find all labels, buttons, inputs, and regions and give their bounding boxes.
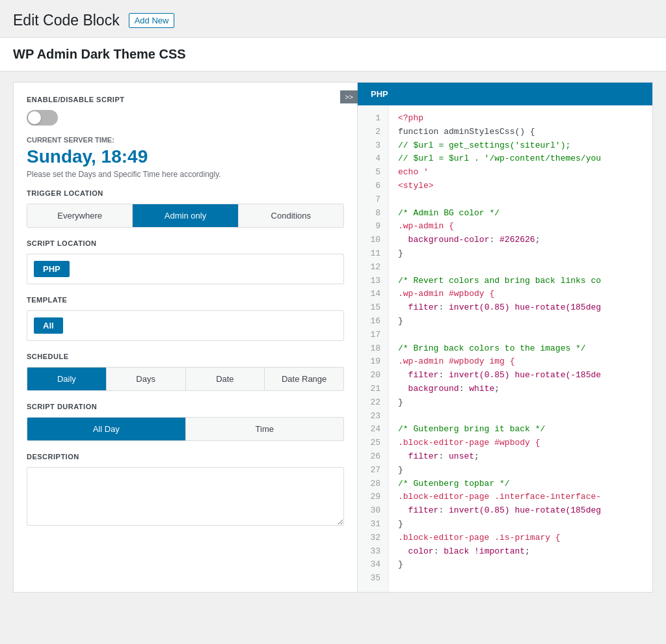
code-line-5: echo '	[398, 166, 601, 180]
code-line-26: filter: unset;	[398, 450, 601, 464]
code-line-4: // $url = $url . '/wp-content/themes/you	[398, 152, 601, 166]
duration-tab-all-day[interactable]: All Day	[27, 418, 186, 440]
trigger-location-label: TRIGGER LOCATION	[27, 189, 344, 197]
duration-tab-time[interactable]: Time	[186, 418, 344, 440]
code-line-32: .block-editor-page .is-primary {	[398, 531, 601, 545]
code-content[interactable]: <?php function adminStylesCss() { // $ur…	[389, 105, 610, 592]
trigger-tab-conditions[interactable]: Conditions	[239, 204, 343, 227]
schedule-tab-group: Daily Days Date Date Range	[27, 367, 344, 391]
code-area: 12345 678910 1112131415 1617181920 21222…	[358, 105, 652, 592]
schedule-tab-date[interactable]: Date	[186, 368, 265, 390]
code-line-29: .block-editor-page .interface-interface-	[398, 490, 601, 504]
editor-tab-bar: PHP	[358, 83, 652, 105]
description-label: DESCRIPTION	[27, 453, 344, 461]
server-time-value: Sunday, 18:49	[27, 146, 344, 167]
script-location-tag-group: PHP	[27, 254, 344, 284]
code-line-8: /* Admin BG color */	[398, 207, 601, 221]
code-line-34: }	[398, 558, 601, 572]
code-line-17	[398, 329, 601, 342]
script-location-section: SCRIPT LOCATION PHP	[27, 239, 344, 284]
code-line-20: filter: invert(0.85) hue-rotate(-185de	[398, 369, 601, 382]
code-line-31: }	[398, 518, 601, 531]
code-line-18: /* Bring back colors to the images */	[398, 342, 601, 356]
toggle-section: ENABLE/DISABLE SCRIPT	[27, 96, 344, 126]
code-line-30: filter: invert(0.85) hue-rotate(185deg	[398, 504, 601, 518]
left-panel: >> ENABLE/DISABLE SCRIPT CURRENT SERVER …	[13, 82, 358, 593]
schedule-tab-date-range[interactable]: Date Range	[265, 368, 343, 390]
trigger-tab-admin-only[interactable]: Admin only	[133, 204, 238, 227]
code-line-25: .block-editor-page #wpbody {	[398, 436, 601, 450]
code-line-3: // $url = get_settings('siteurl');	[398, 139, 601, 153]
code-line-13: /* Revert colors and bring back links co	[398, 275, 601, 288]
trigger-tab-everywhere[interactable]: Everywhere	[27, 204, 133, 227]
schedule-tab-days[interactable]: Days	[107, 368, 186, 390]
code-line-11: }	[398, 247, 601, 261]
code-line-35	[398, 572, 601, 585]
server-time-label: CURRENT SERVER TIME:	[27, 136, 344, 144]
main-content: >> ENABLE/DISABLE SCRIPT CURRENT SERVER …	[0, 72, 666, 603]
duration-tab-group: All Day Time	[27, 417, 344, 441]
collapse-button[interactable]: >>	[340, 90, 358, 103]
schedule-section: SCHEDULE Daily Days Date Date Range	[27, 353, 344, 391]
page-header: Edit Code Block Add New	[0, 0, 666, 37]
description-section: DESCRIPTION	[27, 453, 344, 528]
duration-section: SCRIPT DURATION All Day Time	[27, 403, 344, 441]
code-line-14: .wp-admin #wpbody {	[398, 288, 601, 301]
duration-label: SCRIPT DURATION	[27, 403, 344, 410]
code-line-2: function adminStylesCss() {	[398, 126, 601, 139]
code-line-6: <style>	[398, 180, 601, 193]
description-textarea[interactable]	[27, 467, 344, 526]
enable-disable-toggle[interactable]	[27, 110, 58, 126]
template-section: TEMPLATE All	[27, 296, 344, 341]
code-line-12	[398, 261, 601, 275]
script-location-php-button[interactable]: PHP	[34, 261, 70, 277]
code-line-27: }	[398, 464, 601, 477]
code-line-21: background: white;	[398, 382, 601, 396]
schedule-label: SCHEDULE	[27, 353, 344, 360]
line-numbers: 12345 678910 1112131415 1617181920 21222…	[358, 105, 389, 592]
code-line-33: color: black !important;	[398, 545, 601, 559]
code-line-23	[398, 410, 601, 423]
code-line-9: .wp-admin {	[398, 220, 601, 234]
post-title: WP Admin Dark Theme CSS	[13, 47, 653, 62]
trigger-location-section: TRIGGER LOCATION Everywhere Admin only C…	[27, 189, 344, 228]
time-hint: Please set the Days and Specific Time he…	[27, 170, 344, 179]
code-line-16: }	[398, 315, 601, 329]
code-line-7	[398, 193, 601, 207]
code-line-22: }	[398, 396, 601, 410]
editor-tab-php[interactable]: PHP	[358, 83, 401, 105]
code-line-28: /* Gutenberg topbar */	[398, 477, 601, 491]
template-tag-group: All	[27, 310, 344, 341]
page-title: Edit Code Block	[13, 12, 120, 29]
schedule-tab-daily[interactable]: Daily	[27, 368, 107, 390]
template-label: TEMPLATE	[27, 296, 344, 304]
code-line-24: /* Gutenberg bring it back */	[398, 423, 601, 436]
code-line-1: <?php	[398, 112, 601, 126]
code-line-10: background-color: #262626;	[398, 234, 601, 247]
trigger-tab-group: Everywhere Admin only Conditions	[27, 204, 344, 228]
code-line-15: filter: invert(0.85) hue-rotate(185deg	[398, 301, 601, 315]
code-line-19: .wp-admin #wpbody img {	[398, 355, 601, 369]
post-title-bar: WP Admin Dark Theme CSS	[0, 37, 666, 72]
right-panel: PHP 12345 678910 1112131415 1617181920 2…	[358, 82, 653, 593]
time-section: CURRENT SERVER TIME: Sunday, 18:49 Pleas…	[27, 136, 344, 179]
add-new-button[interactable]: Add New	[129, 13, 175, 28]
template-all-button[interactable]: All	[34, 317, 63, 334]
enable-disable-label: ENABLE/DISABLE SCRIPT	[27, 96, 344, 103]
script-location-label: SCRIPT LOCATION	[27, 239, 344, 247]
